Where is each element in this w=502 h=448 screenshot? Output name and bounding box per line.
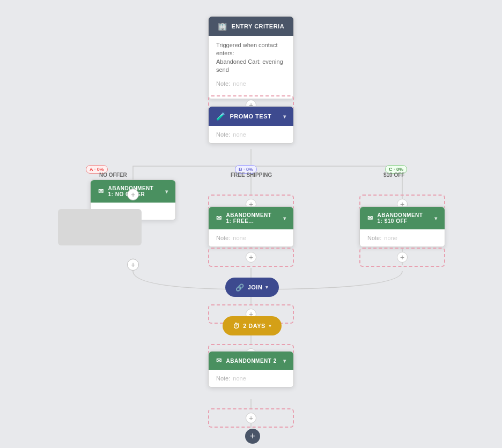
join-title: JOIN bbox=[248, 284, 263, 290]
add-bottom-button[interactable]: + bbox=[245, 429, 260, 444]
branch-label-10off: $10 OFF bbox=[383, 172, 404, 178]
email-icon-1: ✉ bbox=[98, 188, 104, 195]
flask-icon: 🧪 bbox=[216, 112, 226, 121]
entry-body-line2: Abandoned Cart: evening send bbox=[216, 58, 283, 73]
building-icon: 🏢 bbox=[218, 22, 227, 31]
workflow-canvas: 🏢 ENTRY CRITERIA Triggered when contact … bbox=[0, 0, 502, 448]
abandon1-free-header: ✉ ABANDONMENT 1: FREE... ▾ bbox=[209, 207, 293, 229]
abandon1-free-note-label: Note: bbox=[216, 235, 230, 241]
join-chevron-icon: ▾ bbox=[265, 285, 269, 290]
promo-test-title: PROMO TEST bbox=[230, 113, 272, 120]
join-node[interactable]: 🔗 JOIN ▾ bbox=[225, 278, 279, 297]
abandon2-header: ✉ ABANDONMENT 2 ▾ bbox=[209, 352, 293, 370]
plus-connector-left-bottom[interactable]: + bbox=[127, 259, 139, 271]
abandon1-10off-node[interactable]: ✉ ABANDONMENT 1: $10 OFF ▾ Note: none bbox=[359, 206, 445, 247]
entry-note-label: Note: bbox=[216, 80, 230, 87]
join-icon: 🔗 bbox=[235, 283, 245, 292]
abandon1-free-title: ABANDONMENT 1: FREE... bbox=[226, 212, 279, 224]
add-step-center-bottom[interactable]: + bbox=[208, 248, 294, 267]
plus-icon-center-b: + bbox=[246, 252, 256, 263]
entry-criteria-title: ENTRY CRITERIA bbox=[231, 23, 284, 29]
abandon1-10off-note-label: Note: bbox=[367, 235, 381, 241]
entry-criteria-node: 🏢 ENTRY CRITERIA Triggered when contact … bbox=[208, 16, 294, 99]
plus-icon-abandon2: + bbox=[246, 413, 256, 423]
days-title: 2 DAYS bbox=[243, 323, 265, 329]
entry-criteria-header: 🏢 ENTRY CRITERIA bbox=[209, 17, 293, 36]
abandon2-title: ABANDONMENT 2 bbox=[226, 358, 277, 364]
promo-note-value: none bbox=[233, 131, 246, 138]
branch-label-free-shipping: FREE SHIPPING bbox=[231, 172, 272, 178]
promo-chevron-icon: ▾ bbox=[283, 114, 286, 120]
abandon1-10off-title: ABANDONMENT 1: $10 OFF bbox=[378, 212, 430, 224]
abandon1-10off-chevron: ▾ bbox=[434, 215, 438, 221]
add-step-abandon2-bottom[interactable]: + bbox=[208, 408, 294, 428]
placeholder-box bbox=[58, 209, 142, 245]
abandon1-free-chevron: ▾ bbox=[283, 215, 286, 221]
abandon2-note-label: Note: bbox=[216, 375, 230, 382]
promo-test-header: 🧪 PROMO TEST ▾ bbox=[209, 107, 293, 126]
promo-note-label: Note: bbox=[216, 131, 230, 138]
branch-label-no-offer: NO OFFER bbox=[99, 172, 127, 178]
plus-connector-left[interactable]: + bbox=[127, 189, 139, 200]
clock-icon: ⏱ bbox=[233, 322, 240, 330]
abandon1-free-node[interactable]: ✉ ABANDONMENT 1: FREE... ▾ Note: none bbox=[208, 206, 294, 247]
abandon2-node[interactable]: ✉ ABANDONMENT 2 ▾ Note: none bbox=[208, 351, 294, 387]
email-icon-4: ✉ bbox=[216, 357, 222, 364]
days-node[interactable]: ⏱ 2 DAYS ▾ bbox=[223, 316, 282, 335]
abandon1-10off-header: ✉ ABANDONMENT 1: $10 OFF ▾ bbox=[360, 207, 445, 229]
promo-test-node[interactable]: 🧪 PROMO TEST ▾ Note: none bbox=[208, 106, 294, 144]
days-chevron-icon: ▾ bbox=[269, 323, 272, 328]
plus-icon-right-b: + bbox=[397, 252, 408, 263]
abandon2-chevron: ▾ bbox=[283, 358, 286, 364]
add-step-right-bottom[interactable]: + bbox=[359, 248, 445, 267]
abandon2-body: Note: none bbox=[209, 370, 293, 387]
email-icon-3: ✉ bbox=[367, 214, 373, 222]
entry-note-value: none bbox=[233, 80, 246, 87]
entry-criteria-body: Triggered when contact enters: Abandoned… bbox=[209, 36, 293, 99]
abandon1-free-body: Note: none bbox=[209, 229, 293, 247]
abandon1-10off-note-value: none bbox=[384, 235, 397, 241]
promo-test-body: Note: none bbox=[209, 126, 293, 143]
abandon1-nooffer-chevron: ▾ bbox=[165, 189, 168, 195]
email-icon-2: ✉ bbox=[216, 214, 222, 222]
abandon2-note-value: none bbox=[233, 375, 246, 382]
abandon1-free-note-value: none bbox=[233, 235, 246, 241]
abandon1-10off-body: Note: none bbox=[360, 229, 445, 247]
entry-body-line1: Triggered when contact enters: bbox=[216, 42, 278, 56]
